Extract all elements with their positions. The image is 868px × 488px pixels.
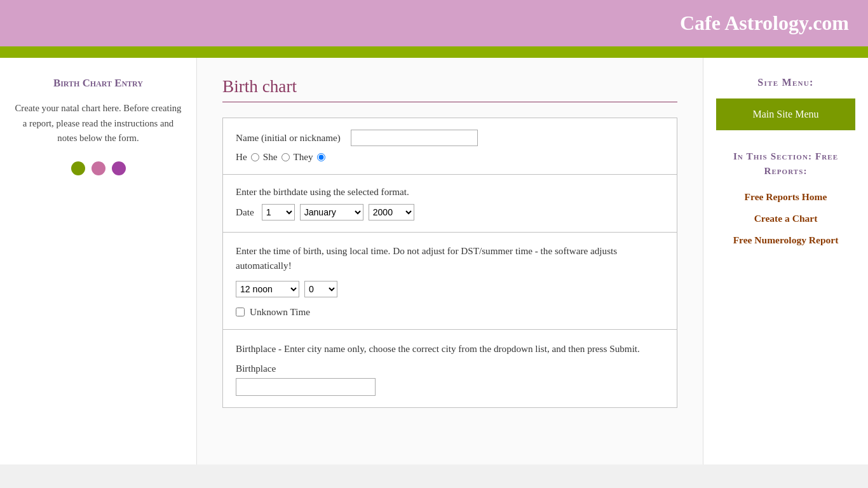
- day-select[interactable]: 1234567891011121314151617181920212223242…: [262, 204, 295, 220]
- main-site-menu-button[interactable]: Main Site Menu: [716, 98, 855, 130]
- section-link-free-numerology-report[interactable]: Free Numerology Report: [716, 234, 855, 246]
- pronoun-group: He She They: [236, 151, 664, 163]
- name-section: Name (initial or nickname) He She They: [223, 118, 677, 175]
- green-bar: [0, 46, 868, 58]
- section-link-free-reports-home[interactable]: Free Reports Home: [716, 191, 855, 203]
- month-select[interactable]: JanuaryFebruaryMarchAprilMayJuneJulyAugu…: [300, 204, 363, 220]
- date-row: Date 12345678910111213141516171819202122…: [236, 204, 664, 220]
- right-sidebar: Site Menu: Main Site Menu In This Sectio…: [703, 58, 868, 464]
- dot-pink: [92, 161, 105, 175]
- in-this-section-label: In This Section: Free Reports:: [716, 149, 855, 179]
- title-divider: [222, 102, 677, 102]
- unknown-time-row: Unknown Time: [236, 306, 664, 318]
- birthtime-section: Enter the time of birth, using local tim…: [223, 233, 677, 330]
- they-label: They: [294, 151, 313, 163]
- sidebar-dots: [13, 161, 184, 175]
- date-label: Date: [236, 207, 254, 218]
- sidebar-title: Birth Chart Entry: [13, 77, 184, 90]
- time-row: 12 midnight1 am2 am3 am4 am5 am6 am7 am8…: [236, 281, 664, 297]
- section-links: Free Reports HomeCreate a ChartFree Nume…: [716, 191, 855, 246]
- birthdate-instruction: Enter the birthdate using the selected f…: [236, 186, 664, 198]
- pronoun-she-radio[interactable]: [281, 153, 290, 161]
- birthdate-section: Enter the birthdate using the selected f…: [223, 175, 677, 233]
- birth-chart-form: Name (initial or nickname) He She They E…: [222, 118, 677, 408]
- name-label: Name (initial or nickname): [236, 132, 341, 144]
- dot-purple: [112, 161, 126, 175]
- name-row: Name (initial or nickname): [236, 130, 664, 146]
- name-input[interactable]: [351, 130, 478, 146]
- dot-green: [71, 161, 85, 175]
- year-select[interactable]: 1900190119021903190419051906190719081909…: [369, 204, 414, 220]
- he-label: He: [236, 151, 247, 163]
- pronoun-they-radio[interactable]: [317, 153, 325, 161]
- birthplace-label: Birthplace: [236, 363, 664, 374]
- site-title: Cafe Astrology.com: [19, 11, 849, 35]
- site-menu-label: Site Menu:: [716, 77, 855, 88]
- hour-select[interactable]: 12 midnight1 am2 am3 am4 am5 am6 am7 am8…: [236, 281, 299, 297]
- sidebar-description: Create your natal chart here. Before cre…: [13, 101, 184, 146]
- pronoun-he-radio[interactable]: [251, 153, 259, 161]
- unknown-time-checkbox[interactable]: [236, 308, 245, 316]
- main-content: Birth chart Name (initial or nickname) H…: [197, 58, 703, 464]
- site-header: Cafe Astrology.com: [0, 0, 868, 46]
- left-sidebar: Birth Chart Entry Create your natal char…: [0, 58, 197, 464]
- birthplace-instructions: Birthplace - Enter city name only, choos…: [236, 341, 664, 356]
- minute-select[interactable]: 0510152025303540455055: [304, 281, 337, 297]
- unknown-time-label[interactable]: Unknown Time: [250, 306, 310, 318]
- page-layout: Birth Chart Entry Create your natal char…: [0, 58, 868, 464]
- birthtime-instruction: Enter the time of birth, using local tim…: [236, 244, 664, 273]
- birthplace-input[interactable]: [236, 378, 376, 396]
- she-label: She: [263, 151, 278, 163]
- birthplace-section: Birthplace - Enter city name only, choos…: [223, 330, 677, 407]
- section-link-create-a-chart[interactable]: Create a Chart: [716, 213, 855, 224]
- page-title: Birth chart: [222, 77, 677, 97]
